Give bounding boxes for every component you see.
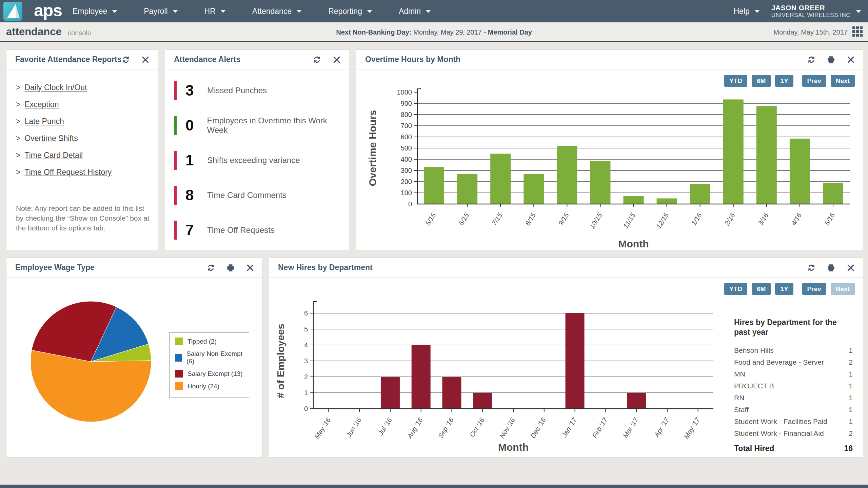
nav-item-payroll[interactable]: Payroll	[144, 7, 178, 16]
nav-item-employee[interactable]: Employee	[73, 7, 117, 16]
nav-item-label: HR	[204, 7, 216, 16]
x-axis-title: Month	[618, 238, 649, 249]
close-icon[interactable]	[245, 263, 255, 272]
panel-title: Overtime Hours by Month	[365, 55, 460, 64]
user-menu[interactable]: JASON GREER UNIVERSAL WIRELESS INC	[771, 4, 861, 19]
y-axis-title: # of Employees	[275, 324, 286, 398]
bar-mar-17	[627, 393, 646, 409]
y-tick-label: 200	[401, 178, 412, 185]
report-list-item: >Time Off Request History	[16, 168, 158, 177]
bar-jul-16	[381, 377, 400, 409]
refresh-icon[interactable]	[312, 55, 322, 64]
report-link-overtime-shifts[interactable]: Overtime Shifts	[24, 134, 78, 143]
x-tick-label: 4/16	[790, 211, 803, 227]
print-icon[interactable]	[826, 263, 836, 272]
chevron-down-icon	[296, 10, 302, 13]
alert-row-time-off-requests[interactable]: 7Time Off Requests	[174, 221, 349, 240]
report-list-item: >Time Card Detail	[16, 151, 158, 160]
x-tick-label: May '17	[683, 416, 702, 440]
alert-status-bar	[174, 221, 177, 240]
department-name: RN	[734, 393, 829, 402]
y-tick-label: 0	[304, 405, 308, 412]
hires-by-department-table: Hires by Department for the past year Be…	[734, 318, 853, 453]
report-link-exception[interactable]: Exception	[24, 100, 59, 109]
print-icon[interactable]	[226, 263, 235, 272]
alert-count: 0	[185, 117, 207, 134]
refresh-icon[interactable]	[121, 55, 131, 64]
range-button-1y[interactable]: 1Y	[775, 283, 793, 295]
close-icon[interactable]	[846, 263, 855, 272]
overtime-range-buttons: YTD6M1YPrevNext	[720, 75, 855, 87]
range-button-1y[interactable]: 1Y	[775, 75, 793, 87]
nav-item-hr[interactable]: HR	[204, 7, 226, 16]
bar-5-15	[424, 167, 444, 204]
alert-label: Time Off Requests	[207, 225, 275, 235]
alert-label: Shifts exceeding variance	[207, 156, 300, 165]
bar-jan-17	[566, 313, 585, 409]
new-hires-chart: 0123456May '16Jun '16Jul '16Aug '16Sep '…	[269, 295, 724, 458]
department-name: PROJECT B	[734, 382, 829, 390]
alert-row-shifts-exceeding-variance[interactable]: 1Shifts exceeding variance	[174, 151, 349, 170]
report-link-time-card-detail[interactable]: Time Card Detail	[24, 151, 83, 160]
y-tick-label: 400	[401, 156, 412, 163]
alert-status-bar	[174, 81, 177, 100]
legend-item-tipped-2: Tipped (2)	[175, 338, 243, 345]
alert-row-employees-in-overtime-this-work-week[interactable]: 0Employees in Overtime this Work Week	[174, 116, 349, 135]
nav-item-admin[interactable]: Admin	[399, 7, 431, 16]
nav-item-reporting[interactable]: Reporting	[328, 7, 372, 16]
alert-row-time-card-comments[interactable]: 8Time Card Comments	[174, 186, 349, 205]
close-icon[interactable]	[332, 55, 341, 64]
range-button-prev[interactable]: Prev	[802, 75, 826, 87]
legend-item-salary-exempt-13: Salary Exempt (13)	[175, 370, 243, 378]
range-button-6m[interactable]: 6M	[752, 75, 771, 87]
dashboard-grid-icon[interactable]	[852, 26, 863, 37]
top-navigation-bar: aps EmployeePayrollHRAttendanceReporting…	[0, 0, 868, 22]
department-name: Student Work - Facilities Paid	[734, 417, 829, 426]
x-tick-label: Oct '16	[468, 416, 486, 439]
report-list-item: >Late Punch	[16, 117, 158, 126]
x-tick-label: 1/16	[690, 211, 704, 227]
close-icon[interactable]	[846, 55, 855, 64]
brand-wordmark[interactable]: aps	[34, 1, 62, 20]
footer-bar	[0, 485, 868, 488]
nav-item-label: Attendance	[252, 7, 292, 16]
x-tick-label: Sep '16	[437, 416, 455, 440]
table-row: Student Work - Facilities Paid1	[734, 417, 853, 426]
legend-swatch	[175, 370, 183, 378]
help-menu[interactable]: Help	[733, 7, 760, 16]
alert-count: 1	[185, 152, 207, 169]
range-button-next[interactable]: Next	[831, 75, 855, 87]
x-tick-label: Feb '17	[591, 416, 609, 439]
aps-logo-icon[interactable]	[3, 2, 22, 21]
x-tick-label: 11/15	[622, 211, 637, 230]
report-link-late-punch[interactable]: Late Punch	[24, 117, 64, 126]
department-count: 2	[849, 358, 853, 366]
bar-8-15	[524, 174, 544, 204]
range-button-6m[interactable]: 6M	[752, 283, 771, 295]
refresh-icon[interactable]	[206, 263, 216, 272]
report-link-daily-clock-in-out[interactable]: Daily Clock In/Out	[24, 83, 87, 92]
refresh-icon[interactable]	[807, 55, 816, 64]
link-bullet: >	[16, 100, 20, 109]
close-icon[interactable]	[141, 55, 150, 64]
link-bullet: >	[16, 134, 20, 143]
refresh-icon[interactable]	[807, 263, 816, 272]
report-link-time-off-request-history[interactable]: Time Off Request History	[24, 168, 112, 177]
alert-row-missed-punches[interactable]: 3Missed Punches	[174, 81, 349, 100]
y-tick-label: 500	[401, 144, 412, 152]
nav-item-attendance[interactable]: Attendance	[252, 7, 302, 16]
x-tick-label: 5/16	[823, 211, 836, 227]
help-label: Help	[733, 7, 749, 16]
alert-count: 3	[185, 82, 207, 99]
new-hires-panel: New Hires by Department YTD6M1YPrevNext …	[269, 258, 863, 458]
y-tick-label: 800	[401, 111, 412, 118]
non-banking-day-banner: Next Non-Banking Day: Monday, May 29, 20…	[336, 28, 532, 36]
print-icon[interactable]	[826, 55, 836, 64]
range-button-ytd[interactable]: YTD	[724, 283, 747, 295]
range-button-ytd[interactable]: YTD	[724, 75, 747, 87]
link-bullet: >	[16, 83, 20, 92]
page-subtitle: console	[68, 29, 91, 37]
range-button-prev[interactable]: Prev	[802, 283, 826, 295]
range-button-next[interactable]: Next	[831, 283, 855, 295]
x-tick-label: May '16	[313, 416, 332, 440]
